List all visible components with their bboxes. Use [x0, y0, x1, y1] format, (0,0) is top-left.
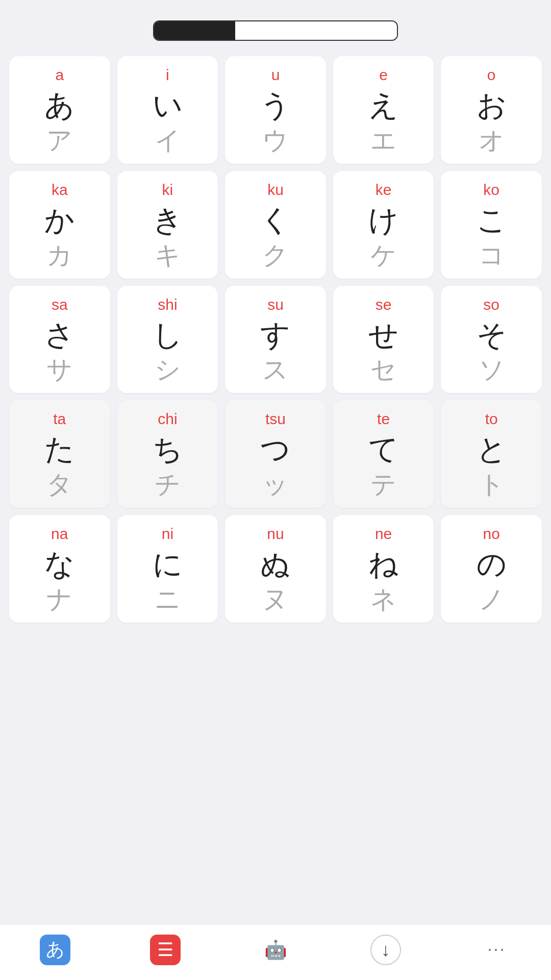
robot-icon: 🤖: [260, 935, 291, 965]
romaji-label: na: [51, 525, 68, 543]
kana-card-no[interactable]: noのノ: [441, 515, 542, 623]
katakana-label: オ: [479, 127, 505, 155]
katakana-label: ネ: [370, 585, 396, 614]
hiragana-label: て: [368, 433, 398, 465]
more-icon: ⋯: [481, 935, 511, 965]
romaji-label: sa: [52, 296, 68, 313]
kana-card-ki[interactable]: kiきキ: [117, 171, 218, 279]
kana-card-ne[interactable]: neねネ: [333, 515, 434, 623]
tab-youon[interactable]: [316, 21, 397, 40]
tab-dakuon[interactable]: [235, 21, 316, 40]
hiragana-label: う: [260, 89, 290, 121]
romaji-label: ka: [52, 181, 68, 199]
hiragana-label: の: [477, 548, 507, 580]
katakana-label: シ: [155, 356, 181, 384]
kana-card-i[interactable]: iいイ: [117, 56, 218, 164]
romaji-label: so: [483, 296, 499, 313]
hiragana-label: い: [153, 89, 183, 121]
nav-item-list[interactable]: ☰: [150, 935, 181, 965]
hiragana-label: ね: [368, 548, 398, 580]
kana-card-ta[interactable]: taたタ: [9, 400, 110, 508]
katakana-label: テ: [370, 471, 396, 499]
katakana-label: チ: [155, 471, 181, 499]
kana-card-chi[interactable]: chiちチ: [117, 400, 218, 508]
katakana-label: ソ: [479, 356, 505, 384]
romaji-label: ku: [267, 181, 284, 199]
nav-item-down[interactable]: ↓: [370, 935, 401, 965]
kana-card-nu[interactable]: nuぬヌ: [225, 515, 326, 623]
katakana-label: カ: [46, 241, 72, 270]
hiragana-label: そ: [477, 318, 507, 351]
kana-card-ko[interactable]: koこコ: [441, 171, 542, 279]
hiragana-label: こ: [477, 204, 507, 236]
romaji-label: to: [485, 410, 498, 428]
kana-card-e[interactable]: eえエ: [333, 56, 434, 164]
romaji-label: ke: [375, 181, 392, 199]
katakana-label: イ: [155, 127, 181, 155]
hiragana-label: く: [260, 204, 290, 236]
kana-card-ka[interactable]: kaかカ: [9, 171, 110, 279]
romaji-label: se: [375, 296, 392, 313]
hiragana-label: き: [153, 204, 183, 236]
katakana-label: セ: [370, 356, 396, 384]
katakana-label: ノ: [479, 585, 505, 614]
romaji-label: u: [271, 66, 280, 84]
katakana-label: ト: [479, 471, 505, 499]
katakana-label: ナ: [46, 585, 72, 614]
kana-card-a[interactable]: aあア: [9, 56, 110, 164]
romaji-label: nu: [267, 525, 284, 543]
hiragana-label: さ: [44, 318, 74, 351]
romaji-label: ki: [162, 181, 173, 199]
kana-card-sa[interactable]: saさサ: [9, 286, 110, 394]
nav-item-more[interactable]: ⋯: [481, 935, 511, 965]
katakana-label: タ: [46, 471, 72, 499]
kana-card-te[interactable]: teてテ: [333, 400, 434, 508]
kana-card-na[interactable]: naなナ: [9, 515, 110, 623]
kana-card-u[interactable]: uうウ: [225, 56, 326, 164]
hiragana-icon: あ: [40, 935, 70, 965]
romaji-label: su: [267, 296, 284, 313]
katakana-label: ウ: [262, 127, 288, 155]
hiragana-label: え: [368, 89, 398, 121]
kana-card-to[interactable]: toとト: [441, 400, 542, 508]
katakana-label: ス: [262, 356, 288, 384]
list-icon: ☰: [150, 935, 181, 965]
romaji-label: a: [55, 66, 64, 84]
hiragana-label: た: [44, 433, 74, 465]
bottom-nav: あ☰🤖↓⋯: [0, 924, 551, 980]
down-icon: ↓: [370, 935, 401, 965]
katakana-label: ニ: [155, 585, 181, 614]
kana-grid: aあアiいイuうウeえエoおオkaかカkiきキkuくクkeけケkoこコsaさサs…: [0, 56, 551, 684]
katakana-label: エ: [370, 127, 396, 155]
hiragana-label: に: [153, 548, 183, 580]
katakana-label: サ: [46, 356, 72, 384]
tab-seion[interactable]: [154, 21, 235, 40]
kana-card-so[interactable]: soそソ: [441, 286, 542, 394]
katakana-label: ア: [46, 127, 72, 155]
kana-card-ke[interactable]: keけケ: [333, 171, 434, 279]
hiragana-label: す: [260, 318, 290, 351]
romaji-label: i: [166, 66, 169, 84]
nav-item-hiragana[interactable]: あ: [40, 935, 70, 965]
hiragana-label: し: [153, 318, 183, 351]
katakana-label: ク: [262, 241, 288, 270]
kana-card-shi[interactable]: shiしシ: [117, 286, 218, 394]
kana-card-se[interactable]: seせセ: [333, 286, 434, 394]
kana-card-ku[interactable]: kuくク: [225, 171, 326, 279]
hiragana-label: け: [368, 204, 398, 236]
kana-card-tsu[interactable]: tsuつッ: [225, 400, 326, 508]
romaji-label: ko: [483, 181, 499, 199]
kana-card-ni[interactable]: niにニ: [117, 515, 218, 623]
romaji-label: shi: [158, 296, 177, 313]
nav-item-robot[interactable]: 🤖: [260, 935, 291, 965]
katakana-label: ッ: [262, 471, 288, 499]
hiragana-label: ぬ: [260, 548, 290, 580]
hiragana-label: と: [477, 433, 507, 465]
hiragana-label: つ: [260, 433, 290, 465]
katakana-label: キ: [155, 241, 181, 270]
hiragana-label: な: [44, 548, 74, 580]
hiragana-label: ち: [153, 433, 183, 465]
romaji-label: ni: [162, 525, 173, 543]
kana-card-su[interactable]: suすス: [225, 286, 326, 394]
kana-card-o[interactable]: oおオ: [441, 56, 542, 164]
